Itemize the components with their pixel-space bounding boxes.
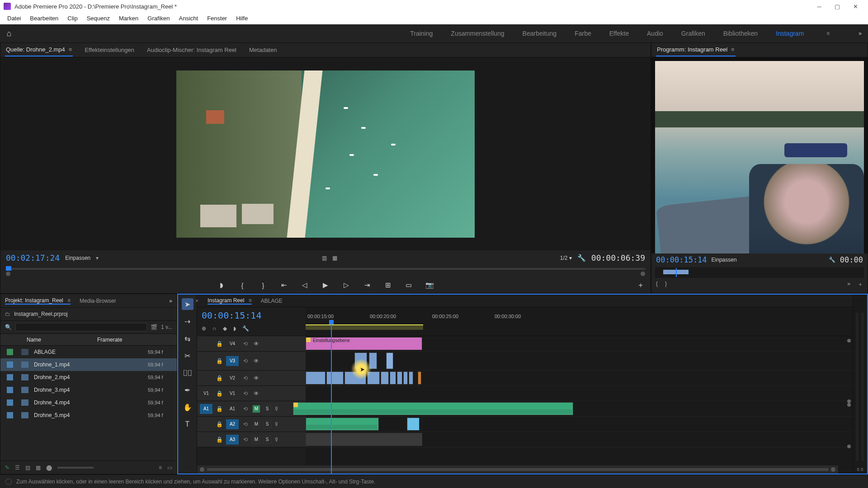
source-zoom-label[interactable]: Einpassen	[65, 255, 90, 261]
track-select-tool-icon[interactable]: ⇢	[182, 315, 193, 327]
track-lane-v3[interactable]	[306, 352, 853, 371]
lock-icon[interactable]: 🔒	[215, 375, 223, 381]
menu-marken[interactable]: Marken	[114, 14, 143, 23]
zoom-slider-handle[interactable]: ⬤	[46, 465, 52, 471]
linked-selection-icon[interactable]: ∩	[212, 325, 217, 332]
source-patch-v1[interactable]: V1	[200, 389, 212, 399]
program-timecode-left[interactable]: 00:00:15:14	[656, 255, 707, 264]
sequence-settings-icon[interactable]: ◗	[233, 325, 236, 332]
program-playhead[interactable]	[676, 268, 677, 277]
close-button[interactable]: ✕	[846, 0, 864, 13]
tab-metadaten[interactable]: Metadaten	[248, 44, 278, 56]
workspace-bearbeitung[interactable]: Bearbeitung	[523, 30, 557, 37]
track-target-a1[interactable]: A1	[226, 404, 239, 414]
video-clip[interactable]	[326, 371, 344, 385]
overflow-icon[interactable]: »	[169, 298, 172, 304]
track-target-v3[interactable]: V3	[226, 356, 239, 366]
workspace-farbe[interactable]: Farbe	[575, 30, 591, 37]
eye-icon[interactable]: 👁	[252, 375, 260, 381]
pen-tool-icon[interactable]: ✒	[182, 384, 193, 396]
track-header-a1[interactable]: A1 🔒 A1 ⟲ M S 🎙	[197, 401, 306, 417]
automate-to-sequence-icon[interactable]: ▭	[167, 465, 172, 471]
program-zoom-label[interactable]: Einpassen	[712, 257, 737, 263]
meter-solo-label[interactable]: S S	[853, 467, 867, 472]
workspace-bibliotheken[interactable]: Bibliotheken	[723, 30, 758, 37]
step-forward-icon[interactable]: ▷	[341, 280, 351, 290]
track-lane-a1[interactable]	[306, 401, 853, 417]
source-patch-v3[interactable]	[200, 356, 212, 366]
project-item-drohne-4[interactable]: Drohne_4.mp4 59,94 f	[0, 396, 177, 409]
column-name[interactable]: Name	[7, 337, 97, 343]
mark-out-icon[interactable]: }	[665, 281, 667, 288]
timeline-zoom-bar[interactable]	[197, 465, 838, 474]
workspace-effekte[interactable]: Effekte	[609, 30, 629, 37]
source-patch-a3[interactable]	[200, 435, 212, 445]
lock-icon[interactable]: 🔒	[215, 341, 223, 347]
audio-clip[interactable]	[306, 418, 379, 431]
track-lane-a3[interactable]	[306, 432, 853, 447]
menu-clip[interactable]: Clip	[63, 14, 82, 23]
track-lane-v1[interactable]	[306, 386, 853, 401]
zoom-handle-right[interactable]	[641, 272, 645, 276]
mute-button[interactable]: M	[252, 436, 260, 444]
sync-lock-icon[interactable]: ⟲	[241, 341, 250, 347]
project-item-drohne-2[interactable]: Drohne_2.mp4 59,94 f	[0, 371, 177, 384]
marker-add-icon[interactable]: ◆	[223, 325, 227, 332]
source-patch-a1[interactable]: A1	[200, 404, 212, 414]
video-clip[interactable]	[390, 371, 396, 385]
source-scrub-bar[interactable]	[0, 265, 651, 277]
video-clip[interactable]	[403, 371, 408, 385]
workspace-overflow-icon[interactable]: »	[852, 30, 868, 37]
program-scrub-bar[interactable]	[655, 267, 864, 278]
workspace-menu-icon[interactable]: ≡	[822, 30, 834, 37]
video-clip[interactable]	[386, 352, 393, 369]
tab-instagram-reel[interactable]: Instagram Reel ≡	[208, 297, 252, 305]
timeline-tracks-area[interactable]: Einstellungsebene	[306, 336, 853, 474]
project-breadcrumb[interactable]: 🗀 Instagram_Reel.prproj	[0, 308, 177, 320]
solo-button[interactable]: S	[263, 420, 271, 428]
eye-icon[interactable]: 👁	[252, 390, 260, 397]
timeline-timecode[interactable]: 00:00:15:14	[202, 310, 301, 321]
menu-hilfe[interactable]: Hilfe	[231, 14, 252, 23]
audio-clip[interactable]	[306, 433, 422, 446]
track-header-v1[interactable]: V1 🔒 V1 ⟲ 👁	[197, 386, 306, 401]
new-item-icon[interactable]: 🎬	[151, 324, 157, 330]
play-icon[interactable]: ▶	[321, 280, 330, 290]
tab-programm[interactable]: Programm: Instagram Reel≡	[656, 43, 736, 56]
timeline-ruler[interactable]: 00:00:15:00 00:00:20:00 00:00:25:00 00:0…	[306, 307, 853, 336]
workspace-audio[interactable]: Audio	[647, 30, 663, 37]
icon-view-icon[interactable]: ▤	[25, 465, 30, 471]
mute-button[interactable]: M	[252, 405, 260, 413]
panel-menu-icon[interactable]: ≡	[67, 297, 71, 304]
tab-media-browser[interactable]: Media-Browser	[80, 298, 116, 304]
source-timecode-left[interactable]: 00:02:17:24	[6, 253, 60, 263]
tab-quelle-menu-icon[interactable]: ≡	[69, 46, 72, 53]
add-button-icon[interactable]: ＋	[858, 281, 863, 288]
lock-icon[interactable]: 🔒	[215, 390, 223, 397]
menu-grafiken[interactable]: Grafiken	[143, 14, 174, 23]
ripple-edit-tool-icon[interactable]: ⇆	[182, 333, 193, 344]
video-clip[interactable]	[381, 371, 389, 385]
program-timecode-right[interactable]: 00:00	[840, 255, 863, 264]
menu-sequenz[interactable]: Sequenz	[82, 14, 114, 23]
home-icon[interactable]: ⌂	[0, 24, 18, 42]
overwrite-icon[interactable]: ▭	[404, 280, 414, 290]
sync-lock-icon[interactable]: ⟲	[241, 421, 250, 427]
mark-in-icon[interactable]: ◗	[217, 280, 226, 290]
voiceover-icon[interactable]: 🎙	[274, 436, 279, 443]
hand-tool-icon[interactable]: ✋	[182, 401, 193, 413]
video-clip[interactable]	[418, 371, 421, 385]
track-target-v4[interactable]: V4	[226, 339, 239, 349]
source-timecode-right[interactable]: 00:00:06:39	[591, 253, 645, 263]
close-sequence-icon[interactable]: ×	[195, 298, 198, 304]
sync-lock-icon[interactable]: ⟲	[241, 390, 250, 397]
sync-lock-icon[interactable]: ⟲	[241, 406, 250, 412]
track-target-a3[interactable]: A3	[226, 435, 239, 445]
sync-lock-icon[interactable]: ⟲	[241, 436, 250, 443]
search-icon[interactable]: 🔍	[5, 324, 12, 330]
slip-tool-icon[interactable]: ⌷⌷	[182, 367, 193, 379]
audio-clip[interactable]	[407, 418, 420, 431]
project-item-ablage[interactable]: ABLAGE 59,94 f	[0, 346, 177, 358]
menu-ansicht[interactable]: Ansicht	[174, 14, 203, 23]
mark-out-icon[interactable]: {	[237, 280, 247, 290]
